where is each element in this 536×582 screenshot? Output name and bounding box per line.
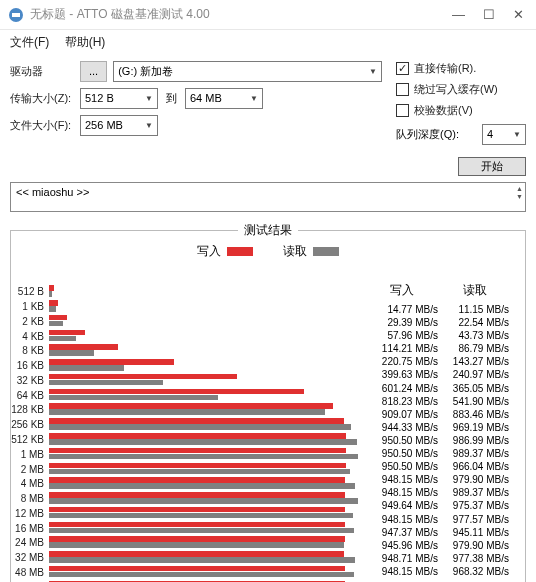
read-value: 989.37 MB/s bbox=[439, 486, 509, 499]
app-icon bbox=[8, 7, 24, 23]
y-tick: 32 KB bbox=[6, 374, 44, 385]
data-row: 949.64 MB/s975.37 MB/s bbox=[366, 499, 511, 512]
write-value: 14.77 MB/s bbox=[368, 303, 438, 316]
io-from-select[interactable]: 512 B▼ bbox=[80, 88, 158, 109]
read-bar bbox=[49, 306, 56, 312]
read-bar bbox=[49, 321, 63, 327]
menu-help[interactable]: 帮助(H) bbox=[65, 35, 106, 49]
drive-select[interactable]: (G:) 新加卷 ▼ bbox=[113, 61, 382, 82]
bypass-cache-checkbox[interactable]: 绕过写入缓存(W) bbox=[396, 82, 526, 97]
bar-row bbox=[49, 330, 362, 343]
bar-row bbox=[49, 300, 362, 313]
scrollbar[interactable]: ▲▼ bbox=[516, 185, 523, 200]
y-tick: 8 KB bbox=[6, 345, 44, 356]
write-value: 601.24 MB/s bbox=[368, 382, 438, 395]
write-value: 944.33 MB/s bbox=[368, 421, 438, 434]
write-value: 949.64 MB/s bbox=[368, 499, 438, 512]
description-input[interactable]: << miaoshu >> ▲▼ bbox=[10, 182, 526, 212]
bar-row bbox=[49, 507, 362, 520]
y-tick: 16 KB bbox=[6, 360, 44, 371]
io-to-select[interactable]: 64 MB▼ bbox=[185, 88, 263, 109]
write-value: 945.96 MB/s bbox=[368, 539, 438, 552]
browse-button[interactable]: ... bbox=[80, 61, 107, 82]
data-row: 945.96 MB/s979.90 MB/s bbox=[366, 539, 511, 552]
data-row: 947.37 MB/s945.11 MB/s bbox=[366, 526, 511, 539]
write-bar bbox=[49, 403, 333, 409]
data-row: 948.15 MB/s977.57 MB/s bbox=[366, 513, 511, 526]
write-value: 220.75 MB/s bbox=[368, 355, 438, 368]
data-row: 944.33 MB/s969.19 MB/s bbox=[366, 421, 511, 434]
read-bar bbox=[49, 395, 218, 401]
write-bar bbox=[49, 492, 345, 498]
write-bar bbox=[49, 448, 346, 454]
write-value: 948.15 MB/s bbox=[368, 513, 438, 526]
drive-label: 驱动器 bbox=[10, 64, 80, 79]
file-size-select[interactable]: 256 MB▼ bbox=[80, 115, 158, 136]
y-tick: 512 KB bbox=[6, 434, 44, 445]
io-to-label: 到 bbox=[166, 91, 177, 106]
read-bar bbox=[49, 409, 325, 415]
read-value: 143.27 MB/s bbox=[439, 355, 509, 368]
direct-io-checkbox[interactable]: ✓直接传输(R). bbox=[396, 61, 526, 76]
menu-bar: 文件(F) 帮助(H) bbox=[0, 30, 536, 55]
read-bar bbox=[49, 513, 353, 519]
write-bar bbox=[49, 285, 54, 291]
read-value: 986.99 MB/s bbox=[439, 434, 509, 447]
y-tick: 64 KB bbox=[6, 389, 44, 400]
read-value: 365.05 MB/s bbox=[439, 382, 509, 395]
write-bar bbox=[49, 477, 345, 483]
results-tab-label: 测试结果 bbox=[238, 222, 298, 239]
read-value: 22.54 MB/s bbox=[439, 316, 509, 329]
read-value: 240.97 MB/s bbox=[439, 368, 509, 381]
write-bar bbox=[49, 315, 67, 321]
read-bar bbox=[49, 572, 354, 578]
read-value: 979.90 MB/s bbox=[439, 539, 509, 552]
menu-file[interactable]: 文件(F) bbox=[10, 35, 49, 49]
write-value: 948.15 MB/s bbox=[368, 486, 438, 499]
read-bar bbox=[49, 498, 358, 504]
y-tick: 1 MB bbox=[6, 448, 44, 459]
write-bar bbox=[49, 507, 345, 513]
results-panel: 写入 读取 512 B1 KB2 KB4 KB8 KB16 KB32 KB64 … bbox=[10, 230, 526, 582]
data-row: 57.96 MB/s43.73 MB/s bbox=[366, 329, 511, 342]
write-bar bbox=[49, 389, 304, 395]
write-bar bbox=[49, 359, 174, 365]
chart-legend: 写入 读取 bbox=[11, 243, 525, 260]
benchmark-chart: 512 B1 KB2 KB4 KB8 KB16 KB32 KB64 KB128 … bbox=[49, 284, 362, 582]
data-row: 399.63 MB/s240.97 MB/s bbox=[366, 368, 511, 381]
bar-row bbox=[49, 433, 362, 446]
close-button[interactable]: ✕ bbox=[513, 7, 524, 22]
data-row: 14.77 MB/s11.15 MB/s bbox=[366, 303, 511, 316]
read-value: 883.46 MB/s bbox=[439, 408, 509, 421]
bar-row bbox=[49, 315, 362, 328]
data-row: 601.24 MB/s365.05 MB/s bbox=[366, 382, 511, 395]
minimize-button[interactable]: — bbox=[452, 7, 465, 22]
read-bar bbox=[49, 439, 357, 445]
write-value: 950.50 MB/s bbox=[368, 447, 438, 460]
read-value: 968.32 MB/s bbox=[439, 565, 509, 578]
read-value: 975.37 MB/s bbox=[439, 499, 509, 512]
write-value: 948.15 MB/s bbox=[368, 473, 438, 486]
read-bar bbox=[49, 542, 344, 548]
chevron-down-icon: ▼ bbox=[145, 89, 153, 108]
queue-depth-select[interactable]: 4▼ bbox=[482, 124, 526, 145]
maximize-button[interactable]: ☐ bbox=[483, 7, 495, 22]
title-bar: 无标题 - ATTO 磁盘基准测试 4.00 — ☐ ✕ bbox=[0, 0, 536, 30]
write-value: 114.21 MB/s bbox=[368, 342, 438, 355]
data-row: 950.50 MB/s986.99 MB/s bbox=[366, 434, 511, 447]
chevron-down-icon: ▼ bbox=[250, 89, 258, 108]
file-size-label: 文件大小(F): bbox=[10, 118, 80, 133]
svg-rect-1 bbox=[12, 13, 20, 17]
read-bar bbox=[49, 291, 52, 297]
y-tick: 512 B bbox=[6, 286, 44, 297]
read-value: 945.11 MB/s bbox=[439, 526, 509, 539]
start-button[interactable]: 开始 bbox=[458, 157, 526, 176]
write-value: 950.50 MB/s bbox=[368, 460, 438, 473]
read-bar bbox=[49, 365, 124, 371]
y-tick: 32 MB bbox=[6, 552, 44, 563]
read-bar bbox=[49, 454, 358, 460]
write-value: 948.71 MB/s bbox=[368, 552, 438, 565]
verify-data-checkbox[interactable]: 校验数据(V) bbox=[396, 103, 526, 118]
read-value: 86.79 MB/s bbox=[439, 342, 509, 355]
write-value: 399.63 MB/s bbox=[368, 368, 438, 381]
